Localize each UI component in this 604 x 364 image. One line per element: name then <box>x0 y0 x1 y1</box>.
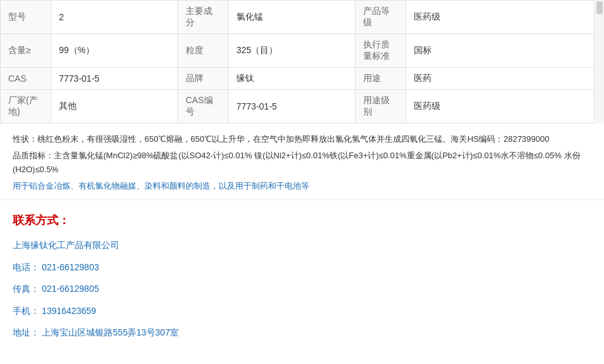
info-table: 型号 2 主要成分 氯化锰 产品等级 医药级 <box>0 0 604 123</box>
value-brand: 缘钛 <box>229 68 356 89</box>
label-cas: CAS <box>1 68 51 89</box>
mobile-value: 13916423659 <box>42 306 96 316</box>
address-link[interactable]: 上海宝山区城银路555弄13号307室 <box>42 327 179 337</box>
value-model: 2 <box>51 1 178 34</box>
value-product-grade: 医药级 <box>406 1 604 34</box>
contact-title: 联系方式： <box>13 213 591 228</box>
description-area: 性状：桃红色粉末，有很强吸湿性，650℃熔融，650℃以上升华，在空气中加热即释… <box>0 123 604 200</box>
description-line1: 性状：桃红色粉末，有很强吸湿性，650℃熔融，650℃以上升华，在空气中加热即释… <box>13 132 591 146</box>
value-manufacturer: 其他 <box>51 90 178 123</box>
description-line2: 品质指标：主含量氯化锰(MnCl2)≥98%硫酸盐(以SO42-计)≤0.01%… <box>13 149 591 177</box>
contact-section: 联系方式： 上海缘钛化工产品有限公司 电话： 021-66129803 传真： … <box>0 200 604 353</box>
label-main-component: 主要成分 <box>178 1 229 34</box>
info-table-wrapper: 型号 2 主要成分 氯化锰 产品等级 医药级 <box>0 0 604 123</box>
table-row: 含量≥ 99（%） 粒度 325（目） 执行质量标准 国标 <box>1 34 604 68</box>
contact-address[interactable]: 地址： 上海宝山区城银路555弄13号307室 <box>13 325 591 339</box>
address-label: 地址： <box>13 327 39 337</box>
fax-value: 021-66129805 <box>42 284 99 294</box>
mobile-label: 手机： <box>13 306 39 316</box>
value-quality-standard: 国标 <box>406 34 604 67</box>
value-particle-size: 325（目） <box>229 34 356 67</box>
value-cas: 7773-01-5 <box>51 68 178 89</box>
label-content: 含量≥ <box>1 34 51 67</box>
contact-mobile: 手机： 13916423659 <box>13 304 591 318</box>
value-cas-number: 7773-01-5 <box>229 90 356 123</box>
contact-company[interactable]: 上海缘钛化工产品有限公司 <box>13 238 591 252</box>
scrollbar[interactable] <box>594 0 604 123</box>
table-row: 型号 2 主要成分 氯化锰 产品等级 医药级 <box>1 1 604 34</box>
label-particle-size: 粒度 <box>178 34 229 67</box>
label-cas-number: CAS编号 <box>178 90 229 123</box>
fax-label: 传真： <box>13 284 39 294</box>
value-content: 99（%） <box>51 34 178 67</box>
contact-fax: 传真： 021-66129805 <box>13 282 591 296</box>
scrollbar-thumb <box>596 1 603 14</box>
description-line3[interactable]: 用于铝合金冶炼、有机氯化物融媒、染料和颜料的制造，以及用于制药和干电池等 <box>13 179 591 193</box>
table-row: CAS 7773-01-5 品牌 缘钛 用途 医药 <box>1 68 604 90</box>
phone-label: 电话： <box>13 262 39 272</box>
label-manufacturer: 厂家(产地) <box>1 90 51 123</box>
label-usage-grade: 用途级别 <box>356 90 406 123</box>
label-brand: 品牌 <box>178 68 229 89</box>
value-main-component: 氯化锰 <box>229 1 356 34</box>
value-usage: 医药 <box>406 68 604 89</box>
contact-phone: 电话： 021-66129803 <box>13 260 591 274</box>
company-link[interactable]: 上海缘钛化工产品有限公司 <box>13 240 119 250</box>
description-link[interactable]: 用于铝合金冶炼、有机氯化物融媒、染料和颜料的制造，以及用于制药和干电池等 <box>13 181 309 191</box>
label-product-grade: 产品等级 <box>356 1 406 34</box>
label-usage: 用途 <box>356 68 406 89</box>
table-row: 厂家(产地) 其他 CAS编号 7773-01-5 用途级别 医药级 <box>1 90 604 123</box>
label-quality-standard: 执行质量标准 <box>356 34 406 67</box>
value-usage-grade: 医药级 <box>406 90 604 123</box>
phone-value: 021-66129803 <box>42 262 99 272</box>
label-model: 型号 <box>1 1 51 34</box>
product-info-section: 型号 2 主要成分 氯化锰 产品等级 医药级 <box>0 0 604 353</box>
